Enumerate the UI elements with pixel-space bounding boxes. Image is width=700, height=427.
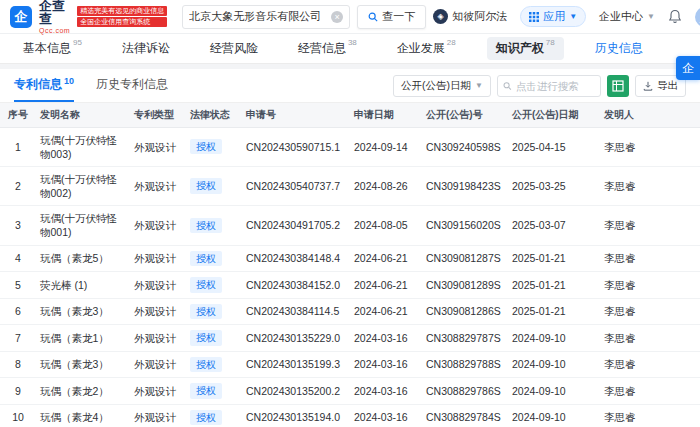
zhibi-alpha-label: 知彼阿尔法 bbox=[452, 9, 507, 24]
cell-inventor[interactable]: 李思睿 bbox=[600, 404, 700, 427]
cell-publication-date: 2025-01-21 bbox=[508, 298, 600, 325]
cell-application-date: 2024-03-16 bbox=[350, 378, 422, 405]
clear-search-icon[interactable]: × bbox=[331, 11, 343, 23]
table-row: 5荧光棒 (1)外观设计授权CN202430384152.02024-06-21… bbox=[0, 272, 700, 299]
column-header-seq: 序号 bbox=[0, 103, 36, 127]
brand-block[interactable]: 企查查 Qcc.com bbox=[39, 0, 70, 34]
table-row: 1玩偶(十万伏特怪物003)外观设计授权CN202430590715.12024… bbox=[0, 127, 700, 166]
cell-publication-date: 2025-01-21 bbox=[508, 272, 600, 299]
nav-tab-operation-info[interactable]: 经营信息38 bbox=[289, 37, 366, 60]
cell-patent-type: 外观设计 bbox=[130, 245, 186, 272]
cell-application-no: CN202430384148.4 bbox=[242, 245, 350, 272]
cell-legal-status: 授权 bbox=[186, 298, 242, 325]
cell-invention-name[interactable]: 玩偶（素龙4） bbox=[36, 404, 130, 427]
brand-slogan: 精选完美有远见的商业信息 全国企业信用查询系统 bbox=[77, 6, 167, 27]
nav-tab-legal-proceedings[interactable]: 法律诉讼 bbox=[113, 37, 179, 60]
cell-publication-date: 2024-09-10 bbox=[508, 404, 600, 427]
enterprise-center-menu[interactable]: 企业中心 ▼ bbox=[599, 9, 655, 24]
patent-table: 序号发明名称专利类型法律状态申请号申请日期公开(公告)号公开(公告)日期发明人 … bbox=[0, 103, 700, 427]
cell-inventor[interactable]: 李思睿 bbox=[600, 325, 700, 352]
cell-invention-name[interactable]: 玩偶（素龙1） bbox=[36, 325, 130, 352]
cell-inventor[interactable]: 李思睿 bbox=[600, 127, 700, 166]
enterprise-center-label: 企业中心 bbox=[599, 9, 643, 24]
cell-legal-status: 授权 bbox=[186, 404, 242, 427]
cell-invention-name[interactable]: 玩偶（素龙5） bbox=[36, 245, 130, 272]
cell-application-no: CN202430491705.2 bbox=[242, 206, 350, 245]
column-header-pubno: 公开(公告)号 bbox=[422, 103, 508, 127]
cell-publication-date: 2025-03-25 bbox=[508, 166, 600, 205]
floating-qi-badge[interactable]: 企 bbox=[676, 56, 700, 80]
cell-publication-date: 2024-09-10 bbox=[508, 378, 600, 405]
cell-publication-date: 2024-09-10 bbox=[508, 351, 600, 378]
cell-inventor[interactable]: 李思睿 bbox=[600, 245, 700, 272]
cell-publication-no: CN309198423S bbox=[422, 166, 508, 205]
patent-toolbar: 公开(公告)日期 ▼ bbox=[393, 69, 686, 102]
column-header-name: 发明名称 bbox=[36, 103, 130, 127]
cell-publication-no: CN309156020S bbox=[422, 206, 508, 245]
cell-invention-name[interactable]: 玩偶（素龙2） bbox=[36, 378, 130, 405]
publication-date-filter-label: 公开(公告)日期 bbox=[401, 79, 471, 93]
brand-name: 企查查 bbox=[39, 0, 70, 25]
sub-tab-patent-info[interactable]: 专利信息10 bbox=[14, 69, 74, 102]
nav-tab-label: 经营信息 bbox=[298, 40, 346, 57]
cell-invention-name[interactable]: 玩偶(十万伏特怪物001) bbox=[36, 206, 130, 245]
cell-patent-type: 外观设计 bbox=[130, 272, 186, 299]
cell-application-date: 2024-03-16 bbox=[350, 351, 422, 378]
cell-patent-type: 外观设计 bbox=[130, 378, 186, 405]
sub-tab-label: 历史专利信息 bbox=[96, 76, 168, 93]
apps-label: 应用 bbox=[543, 9, 565, 24]
cell-publication-no: CN308829787S bbox=[422, 325, 508, 352]
nav-tab-intellectual-property[interactable]: 知识产权78 bbox=[487, 37, 564, 60]
cell-patent-type: 外观设计 bbox=[130, 206, 186, 245]
search-button[interactable]: 查一下 bbox=[357, 5, 426, 29]
status-badge: 授权 bbox=[190, 357, 222, 373]
apps-menu[interactable]: 应用 ▼ bbox=[520, 6, 586, 27]
nav-tab-count: 38 bbox=[348, 38, 357, 47]
user-avatar[interactable] bbox=[695, 7, 700, 27]
table-search-box[interactable] bbox=[497, 75, 601, 97]
cell-publication-date: 2025-03-07 bbox=[508, 206, 600, 245]
cell-invention-name[interactable]: 玩偶（素龙3） bbox=[36, 298, 130, 325]
company-search-box[interactable]: × bbox=[182, 5, 350, 29]
nav-tab-basic-info[interactable]: 基本信息95 bbox=[14, 37, 91, 60]
cell-legal-status: 授权 bbox=[186, 127, 242, 166]
cell-inventor[interactable]: 李思睿 bbox=[600, 206, 700, 245]
column-header-type: 专利类型 bbox=[130, 103, 186, 127]
excel-export-icon[interactable] bbox=[607, 75, 629, 97]
cell-publication-no: CN309081287S bbox=[422, 245, 508, 272]
cell-invention-name[interactable]: 玩偶(十万伏特怪物002) bbox=[36, 166, 130, 205]
table-row: 7玩偶（素龙1）外观设计授权CN202430135229.02024-03-16… bbox=[0, 325, 700, 352]
column-header-appdate: 申请日期 bbox=[350, 103, 422, 127]
status-badge: 授权 bbox=[190, 410, 222, 426]
qcc-logo-icon[interactable]: 企 bbox=[10, 6, 32, 28]
brand-domain: Qcc.com bbox=[39, 27, 70, 34]
header-right-menu: ◈ 知彼阿尔法 应用 ▼ 企业中心 ▼ bbox=[433, 6, 700, 27]
table-row: 9玩偶（素龙2）外观设计授权CN202430135200.22024-03-16… bbox=[0, 378, 700, 405]
cell-invention-name[interactable]: 玩偶(十万伏特怪物003) bbox=[36, 127, 130, 166]
cell-legal-status: 授权 bbox=[186, 206, 242, 245]
cell-invention-name[interactable]: 荧光棒 (1) bbox=[36, 272, 130, 299]
sub-tab-history-patent-info[interactable]: 历史专利信息 bbox=[96, 69, 168, 102]
search-button-label: 查一下 bbox=[382, 9, 415, 24]
bell-icon[interactable] bbox=[668, 9, 682, 24]
cell-application-date: 2024-03-16 bbox=[350, 325, 422, 352]
status-badge: 授权 bbox=[190, 251, 222, 267]
status-badge: 授权 bbox=[190, 139, 222, 155]
table-row: 2玩偶(十万伏特怪物002)外观设计授权CN202430540737.72024… bbox=[0, 166, 700, 205]
cell-inventor[interactable]: 李思睿 bbox=[600, 272, 700, 299]
cell-invention-name[interactable]: 玩偶（素龙3） bbox=[36, 351, 130, 378]
cell-inventor[interactable]: 李思睿 bbox=[600, 378, 700, 405]
cell-inventor[interactable]: 李思睿 bbox=[600, 351, 700, 378]
table-search-input[interactable] bbox=[516, 80, 595, 92]
company-search-input[interactable] bbox=[189, 11, 331, 23]
zhibi-alpha-menu[interactable]: ◈ 知彼阿尔法 bbox=[433, 9, 507, 24]
nav-tab-company-development[interactable]: 企业发展28 bbox=[388, 37, 465, 60]
nav-tab-operation-risk[interactable]: 经营风险 bbox=[201, 37, 267, 60]
publication-date-filter[interactable]: 公开(公告)日期 ▼ bbox=[393, 75, 491, 97]
table-row: 3玩偶(十万伏特怪物001)外观设计授权CN202430491705.22024… bbox=[0, 206, 700, 245]
cell-inventor[interactable]: 李思睿 bbox=[600, 298, 700, 325]
cell-patent-type: 外观设计 bbox=[130, 404, 186, 427]
nav-tab-history-info[interactable]: 历史信息 bbox=[586, 37, 652, 60]
cell-patent-type: 外观设计 bbox=[130, 351, 186, 378]
cell-inventor[interactable]: 李思睿 bbox=[600, 166, 700, 205]
